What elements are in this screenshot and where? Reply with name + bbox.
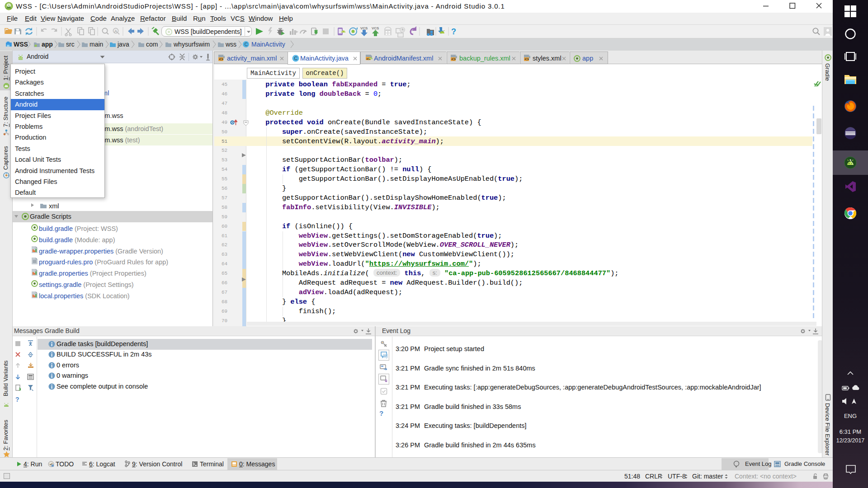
svg-text:A: A [114, 29, 117, 33]
svg-text:<>: <> [524, 57, 529, 61]
svg-text:<>: <> [451, 57, 456, 61]
svg-text:VCS: VCS [372, 26, 379, 30]
svg-text:C: C [245, 42, 248, 47]
svg-text:?: ? [451, 27, 456, 36]
svg-text:<>: <> [219, 57, 223, 61]
svg-text:VCS: VCS [360, 26, 368, 30]
svg-text:C: C [294, 56, 298, 61]
svg-text:?: ? [15, 396, 19, 403]
